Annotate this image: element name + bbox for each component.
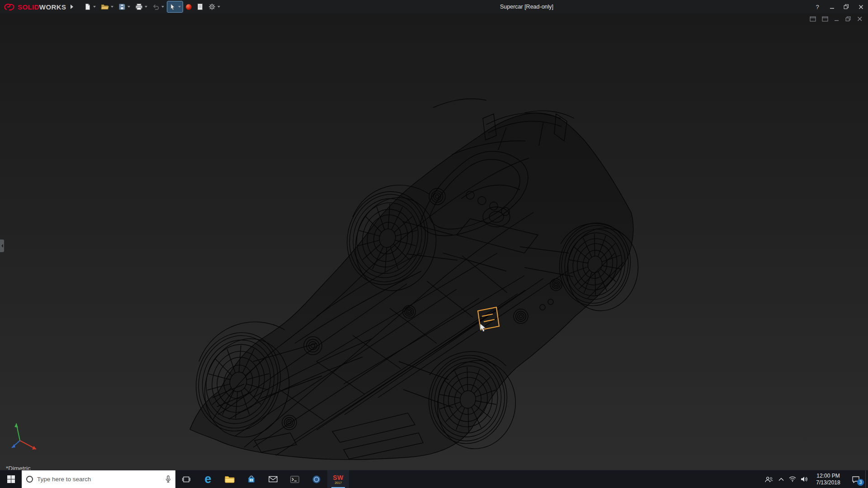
hidden-icons-button[interactable]: [776, 470, 787, 488]
solidworks-app-button[interactable]: SW 2017: [327, 470, 349, 488]
store-icon: [247, 475, 255, 483]
save-floppy-icon: [118, 3, 126, 10]
brand-text: SOLIDWORKS: [18, 3, 66, 11]
doc-minimize-icon[interactable]: [834, 16, 840, 22]
save-button[interactable]: [117, 1, 132, 12]
document-icon[interactable]: [822, 16, 828, 22]
command-prompt-button[interactable]: [284, 470, 306, 488]
microphone-icon[interactable]: [165, 475, 171, 483]
dropdown-arrow-icon[interactable]: [111, 6, 113, 8]
new-document-button[interactable]: [82, 1, 98, 12]
cortana-icon: [26, 476, 33, 483]
app-button[interactable]: [306, 470, 327, 488]
windows-logo-icon: [7, 475, 15, 483]
graphics-viewport[interactable]: *Dimetric: [0, 14, 868, 470]
options-gear-icon: [208, 3, 216, 10]
taskbar-search[interactable]: [22, 470, 175, 488]
restore-icon: [844, 4, 849, 9]
clock-date: 7/13/2018: [816, 479, 840, 486]
options-button[interactable]: [207, 1, 222, 12]
undo-icon: [152, 3, 160, 10]
wifi-icon: [789, 476, 796, 482]
open-folder-icon: [101, 3, 109, 10]
file-explorer-button[interactable]: [219, 470, 241, 488]
taskbar-clock[interactable]: 12:00 PM 7/13/2018: [810, 470, 846, 488]
start-button[interactable]: [0, 470, 22, 488]
menu-flyout-arrow-icon[interactable]: [71, 5, 73, 9]
print-button[interactable]: [133, 1, 149, 12]
print-icon: [135, 3, 143, 10]
window-title: Supercar [Read-only]: [500, 0, 553, 14]
dropdown-arrow-icon[interactable]: [161, 6, 164, 8]
new-document-icon: [84, 3, 91, 10]
orientation-triad: [12, 423, 36, 450]
system-tray: 12:00 PM 7/13/2018 3: [762, 470, 868, 488]
window-controls: ?: [810, 0, 868, 14]
doc-close-icon[interactable]: [857, 16, 863, 22]
quick-access-toolbar: [82, 1, 222, 12]
undo-button[interactable]: [151, 1, 166, 12]
people-button[interactable]: [762, 470, 776, 488]
search-input[interactable]: [37, 476, 161, 483]
solidworks-logo: SOLIDWORKS: [0, 2, 68, 11]
windows-taskbar: e SW 20: [0, 470, 868, 488]
file-properties-button[interactable]: [195, 1, 205, 12]
notification-badge: 3: [857, 479, 864, 486]
document-icon[interactable]: [810, 16, 816, 22]
blue-app-icon: [312, 475, 321, 484]
speaker-icon: [801, 476, 808, 482]
people-icon: [764, 476, 774, 483]
chevron-up-icon: [778, 478, 784, 481]
panel-flyout-tab[interactable]: [0, 239, 4, 252]
ds-logo-icon: [4, 2, 15, 11]
edge-button[interactable]: e: [197, 470, 219, 488]
network-button[interactable]: [787, 470, 798, 488]
minimize-icon: [830, 5, 835, 9]
render-tools-button[interactable]: [184, 1, 193, 12]
minimize-button[interactable]: [825, 0, 839, 14]
file-explorer-icon: [225, 475, 235, 483]
dropdown-arrow-icon[interactable]: [145, 6, 147, 8]
file-properties-icon: [197, 3, 203, 10]
chevron-left-icon: [1, 244, 3, 248]
volume-button[interactable]: [798, 470, 810, 488]
doc-restore-icon[interactable]: [845, 16, 851, 22]
dropdown-arrow-icon[interactable]: [178, 6, 181, 8]
select-tool-button[interactable]: [167, 1, 183, 12]
select-cursor-icon: [169, 3, 176, 10]
edge-icon: e: [204, 473, 211, 485]
dropdown-arrow-icon[interactable]: [93, 6, 96, 8]
dropdown-arrow-icon[interactable]: [127, 6, 130, 8]
solidworks-app-icon: SW 2017: [333, 474, 344, 484]
show-desktop-button[interactable]: [865, 470, 868, 488]
task-view-button[interactable]: [175, 470, 197, 488]
restore-button[interactable]: [839, 0, 854, 14]
task-view-icon: [182, 476, 190, 483]
document-window-controls: [810, 16, 863, 22]
dropdown-arrow-icon[interactable]: [217, 6, 220, 8]
action-center-button[interactable]: 3: [846, 470, 865, 488]
mail-icon: [269, 476, 278, 483]
wireframe-car-model[interactable]: [0, 14, 868, 470]
mail-button[interactable]: [262, 470, 284, 488]
close-icon: [859, 5, 863, 9]
clock-time: 12:00 PM: [816, 473, 840, 479]
title-bar: SOLIDWORKS: [0, 0, 868, 14]
close-button[interactable]: [854, 0, 868, 14]
help-button[interactable]: ?: [810, 0, 825, 14]
render-sphere-icon: [186, 4, 192, 10]
store-button[interactable]: [241, 470, 262, 488]
command-prompt-icon: [290, 476, 299, 483]
open-button[interactable]: [99, 1, 115, 12]
